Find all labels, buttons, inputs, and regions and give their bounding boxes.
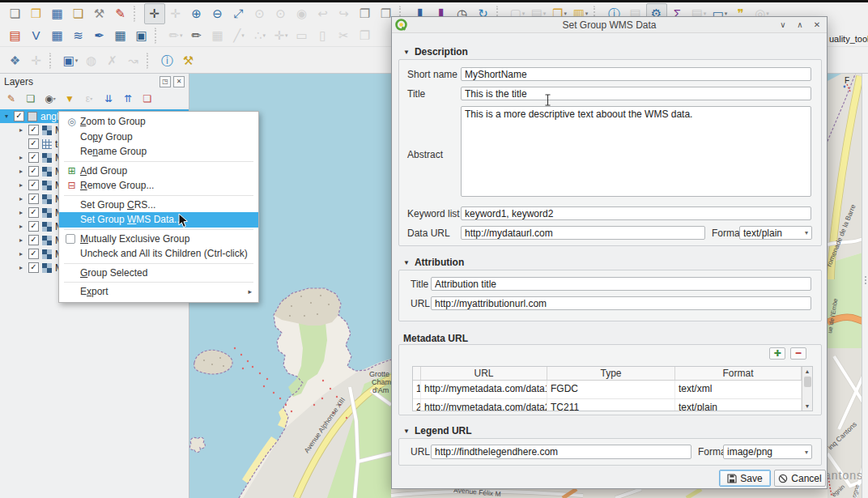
pan-to-selection-icon[interactable]: ✛ [165,3,186,24]
layer-checkbox[interactable]: ✓ [28,207,39,218]
layer-checkbox[interactable]: ✓ [28,262,39,273]
expander-icon[interactable]: ▸ [19,126,28,134]
dialog-maximize-icon[interactable]: ∧ [795,20,805,29]
panel-splitter[interactable] [862,74,868,498]
add-ring-icon[interactable]: ◍ [81,50,102,71]
style-manager-icon[interactable]: ✎ [110,3,131,24]
dialog-titlebar[interactable]: Set Group WMS Data ∨ ∧ ✕ [392,17,827,33]
options-wrench-icon[interactable]: ⚒ [178,50,199,71]
layer-checkbox[interactable]: ✓ [28,125,39,135]
current-edits-icon[interactable]: ✏▾ [165,25,186,46]
column-header-url[interactable]: URL [421,367,547,380]
expander-icon[interactable]: ▸ [19,250,28,258]
filter-expression-icon[interactable]: ε▾ [81,92,97,106]
menu-group-selected[interactable]: Group Selected [59,266,258,281]
layout-manager-icon[interactable]: ⚒ [89,3,110,24]
digitize-line-icon[interactable]: ╱▾ [228,25,249,46]
project-new-icon[interactable]: ❏ [5,3,26,24]
add-wfs-layer-icon[interactable]: ▣ [131,25,152,46]
expander-icon[interactable]: ▸ [19,264,28,271]
expander-icon[interactable]: ▸ [19,168,28,175]
keyword-list-input[interactable] [461,206,811,220]
dialog-shade-icon[interactable]: ∨ [778,20,788,29]
expander-icon[interactable]: ▸ [19,195,28,202]
add-raster-layer-icon[interactable]: ▦ [47,25,68,46]
section-description-header[interactable]: ▼ Description [403,46,468,57]
table-row[interactable]: 2 http://mymetadata.com/data2 TC211 text… [413,399,802,411]
expander-icon[interactable]: ▸ [19,236,28,244]
abstract-textarea[interactable]: This is a more descriptive text aboout t… [461,106,811,197]
copy-features-icon[interactable]: ❐ [355,25,376,46]
data-url-input[interactable] [461,226,705,240]
add-delimited-text-icon[interactable]: ✒ [89,25,110,46]
add-row-button[interactable]: ✚ [769,347,785,360]
modify-attributes-icon[interactable]: ▭ [291,25,313,46]
add-vector-layer-icon[interactable]: V [26,25,47,46]
legend-url-input[interactable] [431,445,691,459]
table-scrollbar[interactable]: ▲ ▼ [802,367,812,411]
dialog-close-icon[interactable]: ✕ [812,20,822,29]
open-styling-panel-icon[interactable]: ✎ [3,92,19,106]
short-name-input[interactable] [461,67,811,81]
expander-icon[interactable]: ▸ [19,223,28,230]
zoom-to-selection-icon[interactable]: ⊙ [249,3,270,24]
title-input[interactable] [461,87,811,100]
layer-checkbox[interactable]: ✓ [28,235,39,245]
menu-set-group-crs[interactable]: Set Group CRS... [59,198,258,213]
new-map-view-icon[interactable]: ❐ [355,3,376,24]
layer-checkbox[interactable]: ✓ [28,152,39,163]
menu-mutually-exclusive-group[interactable]: Mutually Exclusive Group [59,232,258,247]
expander-icon[interactable]: ▸ [19,209,28,216]
scroll-up-icon[interactable]: ▲ [805,367,811,376]
overlap-tool-icon[interactable]: ▣▾ [60,50,81,71]
add-wms-layer-icon[interactable]: ▦ [110,25,131,46]
column-header-format[interactable]: Format [675,367,802,380]
attribution-url-input[interactable] [431,296,811,310]
cut-features-icon[interactable]: ✂ [334,25,355,46]
remove-row-button[interactable]: ━ [790,347,806,360]
vertex-tool-icon[interactable]: ✛▾ [270,25,291,46]
zoom-next-icon[interactable]: ↪ [334,3,355,24]
layer-checkbox[interactable]: ✓ [28,166,39,177]
fill-ring-icon[interactable]: ✗ [102,50,123,71]
move-feature-icon[interactable]: ❖ [5,50,26,71]
data-source-manager-icon[interactable]: ▤ [5,25,26,46]
data-url-format-select[interactable]: text/plain ▾ [739,226,812,240]
attribution-title-input[interactable] [431,277,811,291]
zoom-out-icon[interactable]: ⊖ [207,3,228,24]
expander-icon[interactable]: ▸ [19,181,28,189]
collapse-all-icon[interactable]: ⇈ [120,92,136,106]
zoom-to-layer-icon[interactable]: ⊙ [270,3,291,24]
panel-float-icon[interactable]: ◳ [160,76,171,87]
menu-remove-group[interactable]: ⊟ Remove Group... [59,178,258,194]
menu-export[interactable]: Export ▸ [59,284,258,300]
rotate-feature-icon[interactable]: ✛ [26,50,47,71]
panel-close-icon[interactable]: ✕ [173,76,185,87]
zoom-last-icon[interactable]: ↩ [313,3,334,24]
layer-checkbox[interactable]: ✓ [28,249,39,259]
section-attribution-header[interactable]: ▼ Attribution [403,257,464,268]
scroll-down-icon[interactable]: ▼ [805,402,811,411]
filter-legend-icon[interactable]: ▼ [62,92,78,106]
expand-all-icon[interactable]: ⇊ [100,92,117,106]
identify-info-icon[interactable]: ⓘ [157,50,178,71]
column-header-type[interactable]: Type [547,367,675,380]
section-legend-url-header[interactable]: ▼ Legend URL [403,425,472,436]
save-button[interactable]: Save [719,470,771,487]
zoom-native-icon[interactable]: ◉ [291,3,313,24]
zoom-full-icon[interactable]: ⤢ [228,3,249,24]
table-row[interactable]: 1 http://mymetadata.com/data1 FGDC text/… [413,381,802,399]
toggle-editing-icon[interactable]: ✏ [186,25,207,46]
delete-selected-icon[interactable]: ▯ [313,25,334,46]
project-open-icon[interactable]: ❒ [26,3,47,24]
project-save-icon[interactable]: ▦ [47,3,68,24]
add-mesh-layer-icon[interactable]: ≋ [68,25,89,46]
layer-checkbox[interactable]: ✓ [28,180,39,190]
remove-layer-icon[interactable]: ❏ [139,92,155,106]
add-group-icon[interactable]: ❏ [23,92,39,106]
scrollbar-thumb[interactable] [804,377,811,387]
manage-map-themes-icon[interactable]: ◉▾ [42,92,58,106]
menu-rename-group[interactable]: Rename Group [59,144,258,160]
pan-map-icon[interactable]: ✛ [144,3,165,24]
cancel-button[interactable]: Cancel [774,470,826,487]
